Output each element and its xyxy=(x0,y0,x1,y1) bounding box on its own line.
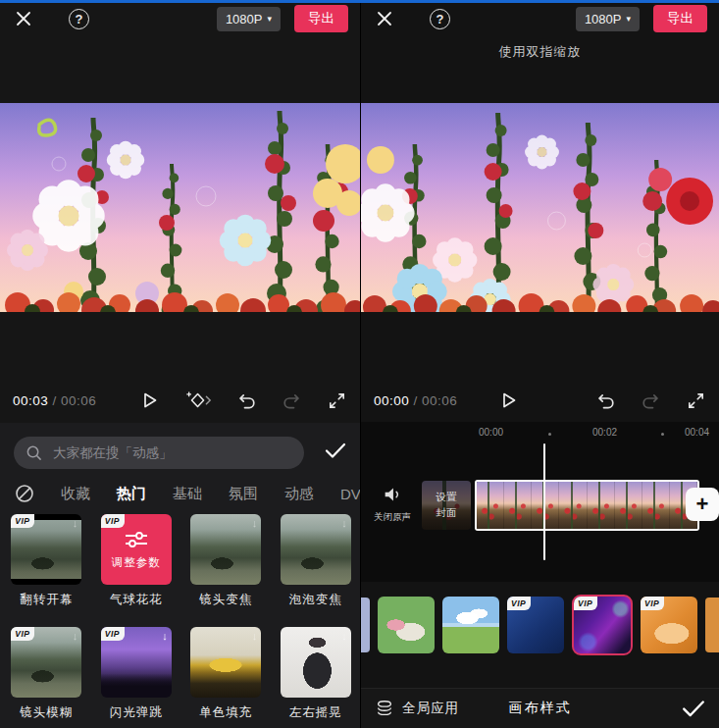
tab-favorites[interactable]: 收藏 xyxy=(61,485,90,503)
close-icon[interactable] xyxy=(12,7,35,30)
play-button[interactable] xyxy=(138,390,160,411)
adjust-params-label: 调整参数 xyxy=(112,555,161,570)
undo-icon[interactable] xyxy=(236,390,257,411)
resolution-button[interactable]: 1080P ▾ xyxy=(217,7,281,31)
effect-name: 左右摇晃 xyxy=(289,704,342,721)
set-cover-button[interactable]: 设置封面 xyxy=(422,481,471,530)
effect-item[interactable]: VIP ↓ 闪光弹跳 xyxy=(100,627,174,721)
download-icon: ↓ xyxy=(341,517,347,529)
effect-item[interactable]: ↓ 泡泡变焦 xyxy=(280,514,353,608)
effect-name: 翻转开幕 xyxy=(20,592,73,608)
download-icon: ↓ xyxy=(73,517,78,529)
effect-name: 泡泡变焦 xyxy=(289,592,342,608)
undo-icon[interactable] xyxy=(595,390,616,411)
canvas-style-item[interactable]: VIP xyxy=(507,597,564,653)
effect-name: 镜头变焦 xyxy=(199,592,252,608)
effect-item[interactable]: ↓ 左右摇晃 xyxy=(280,627,353,721)
pinch-zoom-hint: 使用双指缩放 xyxy=(361,43,719,61)
caret-down-icon: ▾ xyxy=(626,15,631,24)
effect-category-tabs: 收藏 热门 基础 氛围 动感 DV xyxy=(15,479,360,508)
download-icon: ↓ xyxy=(252,517,258,529)
screen-effects: ? 1080P ▾ 导出 xyxy=(0,0,360,728)
tab-dv[interactable]: DV xyxy=(340,486,360,502)
search-input[interactable] xyxy=(51,444,292,461)
tab-dynamic[interactable]: 动感 xyxy=(284,485,314,503)
playhead[interactable] xyxy=(543,443,545,560)
none-effect-icon[interactable] xyxy=(15,484,34,503)
left-player-bar: 00:03 / 00:06 xyxy=(0,381,360,420)
clip-frame xyxy=(642,482,670,529)
canvas-style-item[interactable] xyxy=(361,598,370,652)
timeline-ruler: 00:00 00:02 00:04 xyxy=(361,427,719,441)
clip-frame xyxy=(504,482,532,529)
clip-frame xyxy=(559,482,587,529)
panel-title: 画布样式 xyxy=(509,700,572,717)
layers-stack-icon xyxy=(375,699,394,718)
tab-atmosphere[interactable]: 氛围 xyxy=(229,485,258,503)
screen-timeline: ? 1080P ▾ 导出 使用双指缩放 xyxy=(360,0,719,728)
canvas-footer: 全局应用 画布样式 xyxy=(361,688,719,728)
fullscreen-icon[interactable] xyxy=(327,390,347,411)
effects-panel: 收藏 热门 基础 氛围 动感 DV VIP ↓ 翻转开幕 VIP xyxy=(0,423,360,728)
effect-name: 闪光弹跳 xyxy=(110,704,163,721)
vip-badge: VIP xyxy=(101,627,125,641)
vip-badge: VIP xyxy=(507,597,531,610)
help-icon[interactable]: ? xyxy=(69,9,89,29)
app-window: ? 1080P ▾ 导出 xyxy=(0,0,719,728)
speaker-icon xyxy=(382,485,403,504)
clip-frame xyxy=(588,482,615,529)
close-icon[interactable] xyxy=(373,7,396,30)
clip-frame xyxy=(477,482,504,529)
left-toolbar: ? 1080P ▾ 导出 xyxy=(0,3,360,34)
canvas-style-item[interactable]: VIP xyxy=(641,597,697,653)
video-clip[interactable] xyxy=(475,480,699,531)
tab-basic[interactable]: 基础 xyxy=(173,485,202,503)
canvas-style-item[interactable] xyxy=(442,597,499,653)
vip-badge: VIP xyxy=(11,514,34,528)
download-icon: ↓ xyxy=(341,630,347,642)
add-clip-button[interactable]: + xyxy=(686,488,719,521)
search-bar[interactable] xyxy=(14,437,304,469)
keyframe-icon[interactable] xyxy=(184,390,212,411)
vip-badge: VIP xyxy=(101,514,125,528)
confirm-effect-icon[interactable] xyxy=(324,441,347,460)
video-preview-right xyxy=(361,103,719,312)
timeline-area: 00:00 00:02 00:04 关闭原声 设置封面 xyxy=(361,422,719,582)
right-player-bar: 00:00 / 00:06 xyxy=(361,381,719,420)
play-button[interactable] xyxy=(497,390,519,411)
effects-grid: VIP ↓ 翻转开幕 VIP 调整参数 气球 xyxy=(10,514,352,721)
effect-item[interactable]: ↓ 单色填充 xyxy=(189,627,263,721)
effect-item[interactable]: VIP ↓ 翻转开幕 xyxy=(10,514,83,608)
export-button[interactable]: 导出 xyxy=(294,5,348,32)
ruler-tick: 00:02 xyxy=(592,427,617,438)
tab-hot[interactable]: 热门 xyxy=(117,485,146,503)
clip-frame xyxy=(615,482,642,529)
canvas-style-list: VIP VIP VIP xyxy=(361,592,719,658)
time-display: 00:03 / 00:06 xyxy=(13,393,96,408)
fullscreen-icon[interactable] xyxy=(686,390,706,411)
ruler-tick: 00:04 xyxy=(685,427,709,438)
help-icon[interactable]: ? xyxy=(430,9,450,29)
effect-item[interactable]: ↓ 镜头变焦 xyxy=(189,514,263,608)
redo-icon[interactable] xyxy=(641,390,661,411)
apply-to-all-button[interactable]: 全局应用 xyxy=(375,699,459,718)
right-toolbar: ? 1080P ▾ 导出 xyxy=(361,3,719,34)
time-display: 00:00 / 00:06 xyxy=(374,393,457,408)
vip-badge: VIP xyxy=(11,627,34,641)
download-icon: ↓ xyxy=(252,630,258,642)
mute-original-sound-button[interactable]: 关闭原声 xyxy=(369,485,416,524)
export-button[interactable]: 导出 xyxy=(653,5,707,32)
clip-frame xyxy=(532,482,559,529)
canvas-style-item[interactable] xyxy=(705,598,719,652)
vip-badge: VIP xyxy=(574,597,597,610)
resolution-button[interactable]: 1080P ▾ xyxy=(576,7,640,31)
effect-name: 镜头模糊 xyxy=(20,704,73,721)
confirm-canvas-icon[interactable] xyxy=(681,698,706,719)
canvas-style-item[interactable] xyxy=(378,597,435,653)
effect-item-selected[interactable]: VIP 调整参数 气球花花 xyxy=(100,514,174,608)
canvas-style-item-selected[interactable]: VIP xyxy=(572,595,633,655)
effect-item[interactable]: VIP ↓ 镜头模糊 xyxy=(10,627,83,721)
effect-name: 气球花花 xyxy=(110,592,163,608)
download-icon: ↓ xyxy=(162,630,168,642)
redo-icon[interactable] xyxy=(282,390,302,411)
